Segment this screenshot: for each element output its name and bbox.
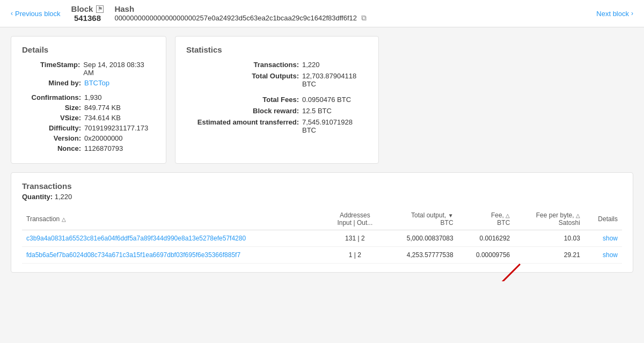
quantity-value: 1,220 — [55, 193, 72, 201]
tx-addresses-cell: 131 | 2 — [326, 230, 384, 247]
detail-label: Confirmations: — [22, 93, 81, 101]
copy-icon[interactable]: ⧉ — [361, 13, 367, 23]
tx-details-cell: show — [584, 230, 622, 247]
table-row: fda5b6a5ef7ba6024d08c734a671c3a15f1ea669… — [22, 247, 622, 264]
col-fee-per-byte[interactable]: Fee per byte, △Satoshi — [514, 208, 584, 230]
next-block-label: Next block — [596, 10, 629, 18]
hash-value-row: 000000000000000000000257e0a24923d5c63ea2… — [114, 13, 367, 23]
tx-show-link[interactable]: show — [603, 251, 618, 259]
stat-label: Total Outputs: — [186, 72, 299, 88]
stat-value: 12,703.87904118 BTC — [302, 72, 368, 88]
tx-fee-per-byte-cell: 10.03 — [514, 230, 584, 247]
tx-fee-cell: 0.0016292 — [458, 230, 515, 247]
stat-value: 12.5 BTC — [302, 107, 332, 115]
detail-value: 734.614 KB — [84, 114, 121, 122]
statistics-title: Statistics — [186, 45, 368, 54]
block-number: 541368 — [74, 13, 101, 23]
transactions-table: Transaction △ AddressesInput | Out... To… — [22, 208, 622, 264]
quantity-row: Quantity: 1,220 — [22, 193, 622, 201]
stat-row: Transactions:1,220 — [186, 61, 368, 69]
hash-section: Hash 000000000000000000000257e0a24923d5c… — [114, 4, 367, 23]
detail-row: Mined by:BTCTop — [22, 79, 155, 87]
tx-show-link[interactable]: show — [603, 235, 618, 242]
detail-row: Version:0x20000000 — [22, 134, 155, 142]
stat-row: Total Fees:0.0950476 BTC — [186, 96, 368, 104]
detail-value: Sep 14, 2018 08:33 AM — [83, 61, 155, 77]
block-section: Block ⚑ 541368 — [71, 4, 104, 23]
header-nav: ‹ Previous block Block ⚑ 541368 Hash 000… — [11, 4, 564, 23]
statistics-rows: Transactions:1,220Total Outputs:12,703.8… — [186, 61, 368, 134]
chevron-left-icon: ‹ — [11, 10, 13, 17]
svg-line-1 — [440, 264, 520, 281]
col-details: Details — [584, 208, 622, 230]
stat-value: 7,545.91071928 BTC — [302, 118, 368, 134]
col-addresses: AddressesInput | Out... — [326, 208, 384, 230]
detail-label: VSize: — [22, 114, 81, 122]
detail-row: Difficulty:7019199231177.173 — [22, 124, 155, 132]
detail-value: 1126870793 — [84, 144, 123, 152]
tx-details-cell: show — [584, 247, 622, 264]
detail-label: Size: — [22, 104, 81, 112]
tx-hash-cell: fda5b6a5ef7ba6024d08c734a671c3a15f1ea669… — [22, 247, 326, 264]
stat-label: Block reward: — [186, 107, 299, 115]
transactions-section: Transactions Quantity: 1,220 Transaction… — [11, 172, 633, 273]
detail-label: Nonce: — [22, 144, 81, 152]
stat-row: Block reward:12.5 BTC — [186, 107, 368, 115]
statistics-card: Statistics Transactions:1,220Total Outpu… — [175, 36, 379, 164]
col-fee[interactable]: Fee, △BTC — [458, 208, 515, 230]
tx-total-output-cell: 5,000.00837083 — [384, 230, 458, 247]
detail-label: Version: — [22, 134, 81, 142]
quantity-label: Quantity: — [22, 193, 53, 201]
stat-label: Transactions: — [186, 61, 299, 69]
tx-hash-link[interactable]: c3b9a4a0831a65523c81e6a04f6ddf5a7a89f344… — [26, 235, 246, 242]
block-title: Block — [71, 4, 93, 13]
stat-label: Total Fees: — [186, 96, 299, 104]
col-total-output[interactable]: Total output, ▼BTC — [384, 208, 458, 230]
detail-value: 849.774 KB — [84, 104, 121, 112]
main-content: Details TimeStamp:Sep 14, 2018 08:33 AMM… — [0, 27, 644, 281]
next-block-link[interactable]: Next block › — [596, 10, 633, 18]
details-card: Details TimeStamp:Sep 14, 2018 08:33 AMM… — [11, 36, 166, 164]
cards-row: Details TimeStamp:Sep 14, 2018 08:33 AMM… — [11, 36, 633, 164]
detail-value: 0x20000000 — [84, 134, 123, 142]
detail-value: 7019199231177.173 — [84, 124, 148, 132]
stat-row: Estimated amount transferred:7,545.91071… — [186, 118, 368, 134]
detail-label: Mined by: — [22, 79, 81, 87]
tx-hash-cell: c3b9a4a0831a65523c81e6a04f6ddf5a7a89f344… — [22, 230, 326, 247]
detail-row: TimeStamp:Sep 14, 2018 08:33 AM — [22, 61, 155, 77]
sort-icon-transaction: △ — [62, 216, 66, 222]
block-label-row: Block ⚑ — [71, 4, 104, 13]
transactions-tbody: c3b9a4a0831a65523c81e6a04f6ddf5a7a89f344… — [22, 230, 622, 264]
detail-row: Size:849.774 KB — [22, 104, 155, 112]
col-transaction: Transaction △ — [22, 208, 326, 230]
detail-row: Nonce:1126870793 — [22, 144, 155, 152]
details-rows: TimeStamp:Sep 14, 2018 08:33 AMMined by:… — [22, 61, 155, 152]
tx-fee-per-byte-cell: 29.21 — [514, 247, 584, 264]
prev-block-link[interactable]: ‹ Previous block — [11, 10, 61, 18]
detail-link[interactable]: BTCTop — [84, 79, 109, 87]
tx-hash-link[interactable]: fda5b6a5ef7ba6024d08c734a671c3a15f1ea669… — [26, 251, 240, 259]
transactions-title: Transactions — [22, 181, 622, 191]
details-title: Details — [22, 45, 155, 54]
stat-value: 0.0950476 BTC — [302, 96, 351, 104]
bookmark-icon[interactable]: ⚑ — [96, 5, 104, 13]
detail-label: Difficulty: — [22, 124, 81, 132]
sort-icon-fee: △ — [506, 213, 510, 218]
sort-icon-fpb: △ — [576, 213, 580, 218]
detail-label: TimeStamp: — [22, 61, 80, 77]
prev-block-label: Previous block — [15, 10, 61, 18]
hash-label: Hash — [114, 4, 367, 13]
table-header-row: Transaction △ AddressesInput | Out... To… — [22, 208, 622, 230]
detail-value: BTCTop — [84, 79, 109, 87]
table-row: c3b9a4a0831a65523c81e6a04f6ddf5a7a89f344… — [22, 230, 622, 247]
tx-addresses-cell: 1 | 2 — [326, 247, 384, 264]
detail-value: 1,930 — [84, 93, 102, 101]
detail-row: Confirmations:1,930 — [22, 93, 155, 101]
tx-fee-cell: 0.00009756 — [458, 247, 515, 264]
stat-row: Total Outputs:12,703.87904118 BTC — [186, 72, 368, 88]
tx-total-output-cell: 4,253.57777538 — [384, 247, 458, 264]
stat-value: 1,220 — [302, 61, 320, 69]
stat-label: Estimated amount transferred: — [186, 118, 299, 134]
sort-icon-output: ▼ — [448, 213, 453, 218]
page-header: ‹ Previous block Block ⚑ 541368 Hash 000… — [0, 0, 644, 27]
